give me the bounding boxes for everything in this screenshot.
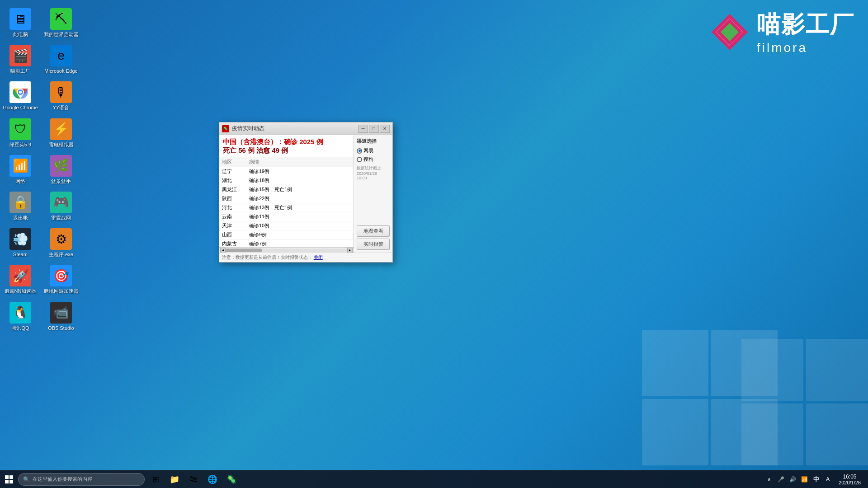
desktop-icon-minecraft[interactable]: ⛏ 我的世界启动器 — [41, 5, 81, 41]
store-icon: 🛍 — [188, 474, 199, 485]
explorer-icon: 📁 — [169, 474, 180, 485]
desktop-icon-pc[interactable]: 🖥 此电脑 — [0, 5, 41, 41]
info-cell: 确诊7例 — [249, 240, 351, 247]
maximize-button[interactable]: □ — [369, 125, 379, 133]
taskbar-search[interactable]: 🔍 在这里输入你要搜索的内容 — [18, 473, 145, 486]
region-cell: 河北 — [222, 204, 249, 211]
status-link[interactable]: 关闭 — [314, 255, 323, 260]
app5-icon: 🦠 — [226, 474, 237, 485]
icon-chrome-label: Google Chrome — [3, 105, 38, 111]
taskbar-item-browser[interactable]: 🌐 — [203, 470, 222, 488]
table-body[interactable]: 辽宁 确诊19例 湖北 确诊18例 黑龙江 确诊15例，死亡1例 陕西 确诊22… — [219, 167, 354, 247]
icon-minecraft-label: 我的世界启动器 — [44, 32, 79, 38]
region-cell: 内蒙古 — [222, 240, 249, 247]
desktop-icon-steam[interactable]: 💨 Steam — [0, 225, 41, 261]
desktop-icon-thunder[interactable]: ⚡ 雷电模拟器 — [41, 115, 81, 151]
icon-logout-img: 🔒 — [9, 192, 31, 213]
icon-edge-label: Microsoft Edge — [44, 68, 77, 74]
tray-network-icon[interactable]: 📶 — [799, 474, 810, 485]
taskbar-item-app5[interactable]: 🦠 — [222, 470, 241, 488]
icon-speedup2-label: 腾讯网游加速器 — [44, 288, 79, 294]
tray-sound-icon[interactable]: 🔊 — [787, 474, 798, 485]
scroll-thumb[interactable] — [226, 249, 262, 252]
start-button[interactable] — [0, 470, 18, 488]
table-row: 湖北 确诊18例 — [219, 176, 354, 185]
radio-wangyi[interactable]: 网易 — [357, 147, 390, 154]
clock-date: 2020/1/26 — [839, 480, 861, 485]
radio-sougou-circle — [357, 157, 362, 162]
taskbar-item-store[interactable]: 🛍 — [184, 470, 203, 488]
table-row: 陕西 确诊22例 — [219, 194, 354, 203]
icon-minecraft-img: ⛏ — [50, 8, 72, 30]
col-header-region: 地区 — [222, 159, 249, 165]
map-view-button[interactable]: 地图查看 — [357, 225, 390, 237]
desktop-icon-jinyiwei[interactable]: 🌿 盆景盆手 — [41, 151, 81, 188]
desktop-icon-network[interactable]: 📶 网络 — [0, 151, 41, 188]
taskbar: 🔍 在这里输入你要搜索的内容 ⊞ 📁 🛍 🌐 🦠 ∧ 🎤 — [0, 470, 868, 488]
desktop-icon-speedup1[interactable]: 🚀 逍遥NN加速器 — [0, 261, 41, 298]
radio-wangyi-label: 网易 — [363, 147, 373, 154]
horizontal-scrollbar[interactable]: ◄ ► — [219, 247, 354, 253]
scroll-right-arrow[interactable]: ► — [347, 248, 353, 253]
desktop-icon-edge[interactable]: e Microsoft Edge — [41, 41, 81, 78]
brand-title: 喵影工厂 — [757, 9, 854, 41]
region-cell: 黑龙江 — [222, 186, 249, 193]
clock-area[interactable]: 16:05 2020/1/26 — [835, 474, 864, 485]
region-cell: 辽宁 — [222, 168, 249, 175]
tray-chevron[interactable]: ∧ — [764, 474, 774, 485]
icon-jinyiwei-label: 盆景盆手 — [51, 178, 71, 184]
desktop-icon-logout[interactable]: 🔒 退出帐 — [0, 188, 41, 225]
window-title: 疫情实时动态 — [232, 125, 356, 132]
panel-buttons: 地图查看 实时报警 — [357, 225, 390, 250]
window-icon: 🦠 — [222, 125, 229, 132]
icon-speedup1-img: 🚀 — [9, 265, 31, 286]
icon-exe-label: 主程序.exe — [49, 252, 73, 258]
table-row: 黑龙江 确诊15例，死亡1例 — [219, 185, 354, 194]
icon-360-img: 🛡 — [9, 118, 31, 140]
icon-network-img: 📶 — [9, 155, 31, 177]
icon-logout-label: 退出帐 — [13, 215, 28, 221]
taskbar-right: ∧ 🎤 🔊 📶 中 A 16:05 2020/1/26 — [764, 474, 868, 485]
table-row: 云南 确诊11例 — [219, 212, 354, 221]
desktop-icon-obs[interactable]: 📹 OBS Studio — [41, 298, 81, 335]
tray-lang-icon[interactable]: 中 — [811, 474, 821, 485]
icon-thunder-label: 雷电模拟器 — [49, 142, 74, 148]
desktop-icon-exe[interactable]: ⚙ 主程序.exe — [41, 225, 81, 261]
table-header: 地区 病情 — [219, 157, 354, 167]
desktop-icon-filmora[interactable]: 🎬 喵影工厂 — [0, 41, 41, 78]
radio-sougou[interactable]: 搜狗 — [357, 156, 390, 163]
tray-mic-icon[interactable]: 🎤 — [775, 474, 786, 485]
desktop-icon-chrome[interactable]: Google Chrome — [0, 78, 41, 114]
table-row: 河北 确诊13例，死亡1例 — [219, 203, 354, 212]
scroll-track[interactable] — [226, 249, 347, 252]
svg-point-7 — [19, 91, 22, 94]
icon-steam-label: Steam — [13, 252, 28, 258]
tray-ime-icon[interactable]: A — [822, 474, 833, 485]
desktop-icon-qq[interactable]: 🐧 腾讯QQ — [0, 298, 41, 335]
realtime-alert-button[interactable]: 实时报警 — [357, 239, 390, 250]
scroll-left-arrow[interactable]: ◄ — [220, 248, 226, 253]
icon-pc-label: 此电脑 — [13, 32, 28, 38]
stats-header: 中国（含港澳台）：确诊 2025 例 死亡 56 例 治愈 49 例 — [219, 135, 354, 157]
icon-game-img: 🎮 — [50, 192, 72, 213]
brand-subtitle: filmora — [757, 41, 807, 55]
minimize-button[interactable]: ─ — [358, 125, 368, 133]
icon-thunder-img: ⚡ — [50, 118, 72, 140]
desktop-icon-speedup2[interactable]: 🎯 腾讯网游加速器 — [41, 261, 81, 298]
icon-obs-label: OBS Studio — [48, 325, 74, 331]
close-button[interactable]: ✕ — [380, 125, 390, 133]
panel-channel-title: 渠道选择 — [357, 138, 390, 145]
info-cell: 确诊22例 — [249, 195, 351, 202]
col-header-info: 病情 — [249, 159, 351, 165]
icon-game-label: 雷霆战网 — [51, 215, 71, 221]
taskbar-item-task-view[interactable]: ⊞ — [146, 470, 165, 488]
desktop-icon-yy[interactable]: 🎙 YY语音 — [41, 78, 81, 114]
window-titlebar[interactable]: 🦠 疫情实时动态 ─ □ ✕ — [219, 122, 392, 135]
icon-speedup1-label: 逍遥NN加速器 — [5, 288, 37, 294]
desktop-icon-game[interactable]: 🎮 雷霆战网 — [41, 188, 81, 225]
taskbar-item-explorer[interactable]: 📁 — [165, 470, 184, 488]
left-data-panel: 中国（含港澳台）：确诊 2025 例 死亡 56 例 治愈 49 例 地区 病情… — [219, 135, 354, 253]
desktop-icon-360[interactable]: 🛡 绿豆荚5.9 — [0, 115, 41, 151]
region-cell: 陕西 — [222, 195, 249, 202]
icon-steam-img: 💨 — [9, 228, 31, 250]
